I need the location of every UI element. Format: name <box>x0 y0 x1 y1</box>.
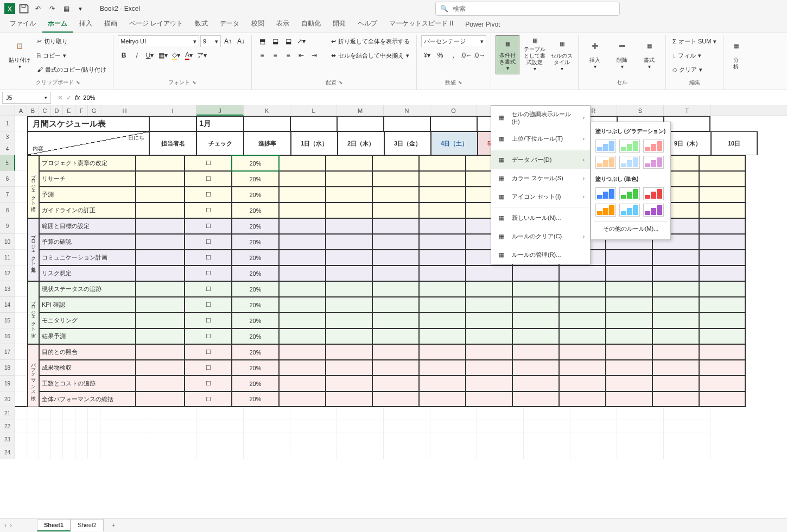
col-header-D[interactable]: D <box>51 105 63 116</box>
cell[interactable] <box>290 407 337 420</box>
day-cell[interactable] <box>512 376 559 391</box>
day-cell[interactable] <box>559 328 606 344</box>
day-cell[interactable] <box>326 155 372 171</box>
conditional-formatting-button[interactable]: ▦ 条件付き書式▾ <box>496 35 519 74</box>
cell[interactable] <box>570 446 617 459</box>
cell[interactable] <box>15 171 27 187</box>
cell[interactable] <box>88 420 100 433</box>
cell[interactable] <box>100 433 149 446</box>
day-cell[interactable] <box>279 171 326 187</box>
cell[interactable] <box>524 433 570 446</box>
analyze-button[interactable]: ▦ 分 析 <box>728 35 744 74</box>
cf-data-bars[interactable]: ▦データ バー(D)› <box>491 150 590 169</box>
clear-button[interactable]: ◇クリア ▾ <box>670 64 719 75</box>
day-cell[interactable] <box>466 313 512 328</box>
delete-cells-button[interactable]: ➖削除▾ <box>610 35 634 74</box>
col-header-M[interactable]: M <box>337 105 384 116</box>
day-cell[interactable] <box>419 281 466 297</box>
day-cell[interactable] <box>652 328 699 344</box>
check-cell[interactable]: ☐ <box>185 202 232 218</box>
person-cell[interactable] <box>136 155 185 171</box>
row-header-19[interactable]: 19 <box>0 376 15 391</box>
cell[interactable] <box>63 420 75 433</box>
col-header-A[interactable]: A <box>15 105 27 116</box>
day-cell[interactable] <box>326 376 372 391</box>
day-cell[interactable] <box>652 313 699 328</box>
align-center-icon[interactable]: ≡ <box>269 49 281 61</box>
row-header-22[interactable]: 22 <box>0 420 15 433</box>
day-cell[interactable] <box>326 391 372 407</box>
check-cell[interactable]: ☐ <box>185 360 232 376</box>
progress-cell[interactable]: 20% <box>232 171 279 187</box>
person-cell[interactable] <box>136 344 185 360</box>
cell[interactable] <box>39 407 51 420</box>
day-cell[interactable] <box>652 297 699 313</box>
check-cell[interactable]: ☐ <box>185 391 232 407</box>
day-cell[interactable] <box>699 155 746 171</box>
day-cell[interactable] <box>559 297 606 313</box>
number-format-combo[interactable]: パーセンテージ▾ <box>421 35 486 47</box>
day-cell[interactable] <box>606 360 652 376</box>
italic-button[interactable]: I <box>131 49 143 61</box>
check-cell[interactable]: ☐ <box>185 376 232 391</box>
cell[interactable] <box>39 420 51 433</box>
cell[interactable] <box>290 420 337 433</box>
row-header-6[interactable]: 6 <box>0 171 15 187</box>
tab-ページ レイアウト[interactable]: ページ レイアウト <box>124 16 188 33</box>
cell[interactable] <box>430 446 477 459</box>
day-cell[interactable] <box>419 265 466 281</box>
row-header-24[interactable]: 24 <box>0 446 15 459</box>
tab-描画[interactable]: 描画 <box>99 16 123 33</box>
day-cell[interactable] <box>559 360 606 376</box>
day-cell[interactable] <box>326 234 372 250</box>
cell[interactable] <box>384 116 430 131</box>
progress-cell[interactable]: 20% <box>232 281 279 297</box>
row-header-12[interactable]: 12 <box>0 265 15 281</box>
day-cell[interactable] <box>326 297 372 313</box>
progress-cell[interactable]: 20% <box>232 328 279 344</box>
day-cell[interactable] <box>652 360 699 376</box>
day-cell[interactable] <box>606 250 652 265</box>
cell[interactable] <box>39 433 51 446</box>
check-cell[interactable]: ☐ <box>185 297 232 313</box>
progress-cell[interactable]: 20% <box>232 187 279 202</box>
progress-cell[interactable]: 20% <box>232 344 279 360</box>
day-cell[interactable] <box>699 265 746 281</box>
tab-自動化[interactable]: 自動化 <box>296 16 326 33</box>
cell[interactable] <box>15 234 27 250</box>
cell[interactable] <box>664 407 710 420</box>
row-header-5[interactable]: 5 <box>0 155 15 171</box>
cell[interactable] <box>570 420 617 433</box>
day-cell[interactable] <box>279 297 326 313</box>
day-cell[interactable] <box>279 391 326 407</box>
day-cell[interactable] <box>419 391 466 407</box>
cell[interactable] <box>617 446 664 459</box>
cell[interactable] <box>15 250 27 265</box>
insert-cells-button[interactable]: ➕挿入▾ <box>583 35 607 74</box>
orientation-icon[interactable]: ↗▾ <box>295 35 307 47</box>
name-box[interactable]: J5▾ <box>2 92 51 104</box>
person-cell[interactable] <box>136 360 185 376</box>
cell[interactable] <box>51 407 63 420</box>
day-cell[interactable] <box>372 344 419 360</box>
cell[interactable] <box>196 446 244 459</box>
font-name-combo[interactable]: Meiryo UI▾ <box>118 35 199 47</box>
align-top-icon[interactable]: ⬒ <box>256 35 268 47</box>
tab-校閲[interactable]: 校閲 <box>246 16 270 33</box>
day-cell[interactable] <box>606 281 652 297</box>
cell[interactable] <box>51 420 63 433</box>
day-cell[interactable] <box>419 155 466 171</box>
check-cell[interactable]: ☐ <box>185 250 232 265</box>
cell[interactable] <box>664 420 710 433</box>
col-header-S[interactable]: S <box>617 105 664 116</box>
cell[interactable] <box>524 446 570 459</box>
decrease-font-icon[interactable]: A↓ <box>235 35 247 47</box>
progress-cell[interactable]: 20% <box>232 202 279 218</box>
day-cell[interactable] <box>372 187 419 202</box>
cell[interactable] <box>15 328 27 344</box>
cf-new-rule[interactable]: ▦新しいルール(N)... <box>491 208 590 227</box>
col-header-J[interactable]: J <box>196 105 244 116</box>
align-middle-icon[interactable]: ⬓ <box>269 35 281 47</box>
cell[interactable] <box>15 281 27 297</box>
cell[interactable] <box>664 433 710 446</box>
